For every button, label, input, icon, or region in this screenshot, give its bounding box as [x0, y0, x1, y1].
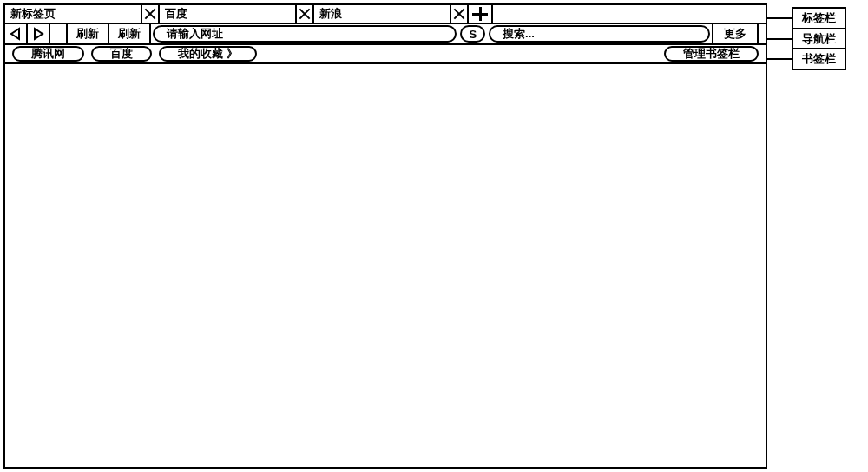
tab-2-title: 百度 — [160, 6, 194, 22]
tab-1-title: 新标签页 — [5, 6, 62, 22]
close-icon[interactable] — [450, 5, 467, 23]
search-badge-label: S — [469, 28, 477, 41]
bookmark-label: 腾讯网 — [31, 46, 65, 62]
nav-gap — [50, 24, 68, 43]
back-button[interactable] — [5, 24, 28, 43]
more-button[interactable]: 更多 — [712, 24, 757, 43]
menu-handle[interactable] — [757, 24, 766, 43]
arrow-right-icon — [31, 27, 45, 41]
close-icon[interactable] — [295, 5, 312, 23]
bookmark-item-1[interactable]: 腾讯网 — [12, 46, 84, 62]
url-input[interactable]: 请输入网址 — [153, 25, 457, 43]
more-label: 更多 — [724, 26, 746, 42]
arrow-left-icon — [9, 27, 23, 41]
svg-marker-1 — [35, 29, 43, 39]
tab-2[interactable]: 百度 — [160, 5, 314, 23]
browser-window: 新标签页 百度 新浪 刷新 — [3, 3, 767, 469]
bookmark-label: 百度 — [110, 46, 133, 62]
navigation-bar: 刷新 刷新 请输入网址 S 搜索... 更多 — [5, 24, 766, 45]
manage-bookmarks-button[interactable]: 管理书签栏 — [664, 46, 759, 62]
url-placeholder: 请输入网址 — [167, 26, 223, 42]
search-input[interactable]: 搜索... — [489, 25, 710, 43]
tab-3-title: 新浪 — [314, 6, 349, 22]
bookmark-label: 我的收藏 》 — [178, 46, 238, 62]
forward-button[interactable] — [28, 24, 50, 43]
search-placeholder: 搜索... — [503, 26, 535, 42]
callout-bookmarks: 书签栏 — [767, 48, 846, 70]
search-engine-badge[interactable]: S — [460, 25, 485, 43]
svg-marker-0 — [11, 29, 19, 39]
new-tab-button[interactable] — [469, 5, 493, 23]
callout-tabs-label: 标签栏 — [792, 7, 846, 30]
tab-bar: 新标签页 百度 新浪 — [5, 5, 766, 24]
manage-bookmarks-label: 管理书签栏 — [683, 46, 740, 62]
callout-tabs: 标签栏 — [767, 7, 846, 30]
bookmark-bar: 腾讯网 百度 我的收藏 》 管理书签栏 — [5, 45, 766, 64]
refresh-button-2[interactable]: 刷新 — [109, 24, 151, 43]
callout-bookmarks-label: 书签栏 — [792, 48, 846, 70]
tab-1[interactable]: 新标签页 — [5, 5, 160, 23]
tab-3[interactable]: 新浪 — [314, 5, 469, 23]
close-icon[interactable] — [141, 5, 158, 23]
bookmark-item-2[interactable]: 百度 — [91, 46, 152, 62]
bookmark-item-3[interactable]: 我的收藏 》 — [159, 46, 257, 62]
refresh-button-1[interactable]: 刷新 — [68, 24, 109, 43]
